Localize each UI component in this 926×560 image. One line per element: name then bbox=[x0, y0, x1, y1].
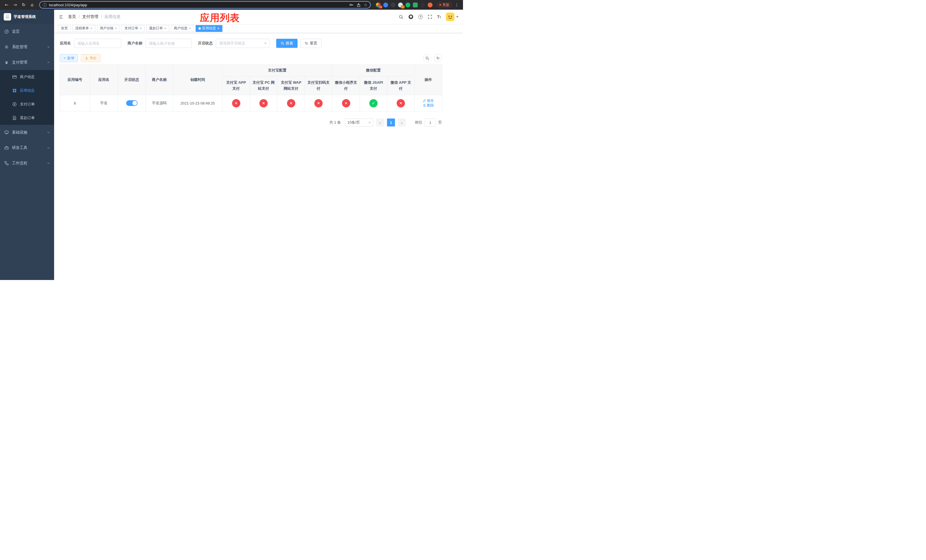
sidebar-item-home[interactable]: 首页 bbox=[0, 24, 54, 39]
refresh-table-button[interactable]: ↻ bbox=[434, 54, 442, 62]
header-search-icon[interactable] bbox=[399, 15, 404, 20]
tab-home[interactable]: 首页 bbox=[58, 25, 71, 32]
caret-down-icon bbox=[456, 16, 458, 19]
browser-forward-icon[interactable]: → bbox=[11, 1, 19, 9]
github-icon[interactable] bbox=[409, 14, 413, 20]
tab-merchant-info[interactable]: 商户信息 × bbox=[171, 25, 194, 32]
app-name-input[interactable] bbox=[74, 39, 121, 48]
site-info-icon[interactable]: i bbox=[43, 3, 47, 7]
status-select[interactable]: 请选择开启状态 bbox=[216, 39, 270, 48]
password-key-icon[interactable] bbox=[349, 3, 354, 7]
search-button[interactable]: 搜索 bbox=[276, 39, 298, 48]
tab-close-icon[interactable]: × bbox=[189, 26, 191, 30]
share-icon[interactable] bbox=[357, 3, 361, 7]
delete-link[interactable]: 删除 bbox=[423, 103, 434, 108]
user-menu[interactable] bbox=[446, 12, 458, 21]
extension-icon-2[interactable] bbox=[383, 3, 388, 8]
table-toolbar: + 新增 导出 bbox=[60, 54, 442, 62]
sidebar-menu: 首页 系统管理 ¥ 支付管理 bbox=[0, 24, 54, 171]
tab-close-icon[interactable]: × bbox=[90, 26, 92, 30]
tab-pay-order[interactable]: 支付订单 × bbox=[122, 25, 145, 32]
chevron-down-icon bbox=[368, 122, 371, 124]
browser-home-icon[interactable]: ⌂ bbox=[29, 1, 36, 9]
tab-user-group[interactable]: 用户分组 × bbox=[97, 25, 120, 32]
browser-menu-icon[interactable]: ⋮ bbox=[453, 3, 460, 7]
tab-refund-order[interactable]: 退款订单 × bbox=[146, 25, 169, 32]
cell-app-name: 芋道 bbox=[90, 95, 118, 111]
extension-icon-1[interactable]: 10 bbox=[376, 3, 381, 8]
sidebar-item-workflow[interactable]: 工作流程 bbox=[0, 156, 54, 171]
tab-app-info[interactable]: 应用信息 × bbox=[196, 25, 222, 32]
prev-page-button[interactable]: ‹ bbox=[376, 118, 384, 127]
add-button[interactable]: + 新增 bbox=[60, 54, 78, 62]
sidebar-item-dev-tools[interactable]: 研发工具 bbox=[0, 140, 54, 156]
sidebar-item-merchant-info[interactable]: 商户信息 bbox=[0, 70, 54, 84]
col-wechat-mini: 微信小程序支付 bbox=[332, 76, 360, 95]
col-created: 创建时间 bbox=[173, 65, 222, 95]
chevron-down-icon bbox=[47, 131, 50, 134]
sidebar-item-payment[interactable]: ¥ 支付管理 bbox=[0, 55, 54, 70]
toggle-search-button[interactable] bbox=[423, 54, 431, 62]
gear-icon bbox=[4, 45, 9, 49]
extension-icon-3[interactable] bbox=[391, 3, 395, 8]
page-content: 应用名 商户名称 开启状态 请选择开启状态 bbox=[54, 33, 442, 127]
sidebar-item-system[interactable]: 系统管理 bbox=[0, 39, 54, 55]
sidebar-item-infrastructure[interactable]: 基础设施 bbox=[0, 125, 54, 140]
goto-suffix: 页 bbox=[438, 120, 442, 125]
url-text[interactable]: localhost:1024/pay/app bbox=[49, 3, 347, 7]
sidebar-item-app-info[interactable]: 应用信息 bbox=[0, 84, 54, 97]
chevron-down-icon bbox=[264, 43, 266, 45]
tab-close-icon[interactable]: × bbox=[115, 26, 117, 30]
tags-view: 首页 流程表单 × 用户分组 × 支付订单 × 退款订单 × 商户信息 × bbox=[54, 24, 463, 33]
page-size-select[interactable]: 10条/页 bbox=[345, 118, 373, 127]
tab-close-icon[interactable]: × bbox=[217, 26, 219, 30]
search-icon bbox=[281, 42, 284, 45]
bookmark-star-icon[interactable]: ☆ bbox=[364, 3, 367, 7]
next-page-button[interactable]: › bbox=[398, 118, 406, 127]
tab-process-form[interactable]: 流程表单 × bbox=[72, 25, 95, 32]
bank-card-icon bbox=[12, 75, 17, 79]
cell-status bbox=[118, 95, 146, 111]
wechat-jsapi-status-icon: ✓ bbox=[369, 99, 378, 107]
app-logo bbox=[4, 13, 11, 21]
sidebar-item-pay-order[interactable]: 支付订单 bbox=[0, 97, 54, 111]
edit-pencil-icon bbox=[423, 99, 426, 102]
extension-icon-7[interactable] bbox=[420, 3, 425, 8]
tab-close-icon[interactable]: × bbox=[139, 26, 142, 30]
hamburger-icon[interactable] bbox=[59, 15, 64, 19]
col-group-alipay: 支付宝配置 bbox=[222, 65, 332, 76]
breadcrumb-payment[interactable]: 支付管理 bbox=[82, 14, 98, 20]
browser-reload-icon[interactable]: ↻ bbox=[20, 1, 27, 9]
merchant-name-input[interactable] bbox=[145, 39, 192, 48]
extension-icon-5[interactable] bbox=[406, 3, 410, 8]
toolbox-icon bbox=[4, 145, 9, 150]
sidebar-item-refund-order[interactable]: 退款订单 bbox=[0, 111, 54, 125]
main-area: 应用列表 首页 / 支付管理 / 应用信息 bbox=[54, 10, 463, 280]
browser-back-icon[interactable]: ← bbox=[3, 1, 10, 9]
cell-actions: 修改 删除 bbox=[415, 95, 442, 111]
sidebar-logo-row[interactable]: 芋道管理系统 bbox=[0, 10, 54, 24]
breadcrumb: 首页 / 支付管理 / 应用信息 bbox=[68, 14, 121, 20]
goto-page-input[interactable] bbox=[425, 118, 436, 127]
extension-icon-6[interactable] bbox=[413, 3, 418, 8]
breadcrumb-home[interactable]: 首页 bbox=[68, 14, 76, 20]
status-toggle[interactable] bbox=[126, 100, 138, 106]
address-bar[interactable]: i localhost:1024/pay/app ☆ bbox=[39, 1, 371, 9]
reset-button[interactable]: ↻ 重置 bbox=[300, 39, 322, 48]
page-number-1[interactable]: 1 bbox=[387, 118, 395, 127]
help-icon[interactable]: ? bbox=[418, 15, 423, 19]
fullscreen-icon[interactable] bbox=[428, 15, 432, 19]
navbar-actions: ? TT bbox=[399, 12, 458, 21]
edit-link[interactable]: 修改 bbox=[423, 98, 434, 103]
browser-update-button[interactable]: 更新 bbox=[437, 2, 452, 8]
tab-close-icon[interactable]: × bbox=[164, 26, 166, 30]
wechat-mini-status-icon: × bbox=[342, 99, 350, 107]
extension-icon-4[interactable]: 1 bbox=[398, 3, 403, 8]
update-label: 更新 bbox=[442, 3, 449, 8]
export-button[interactable]: 导出 bbox=[81, 54, 100, 62]
filter-form: 应用名 商户名称 开启状态 请选择开启状态 bbox=[60, 39, 442, 48]
font-size-icon[interactable]: TT bbox=[437, 15, 441, 19]
refund-doc-icon bbox=[12, 116, 17, 120]
infrastructure-icon bbox=[4, 130, 9, 135]
extension-icon-8[interactable] bbox=[428, 3, 433, 8]
